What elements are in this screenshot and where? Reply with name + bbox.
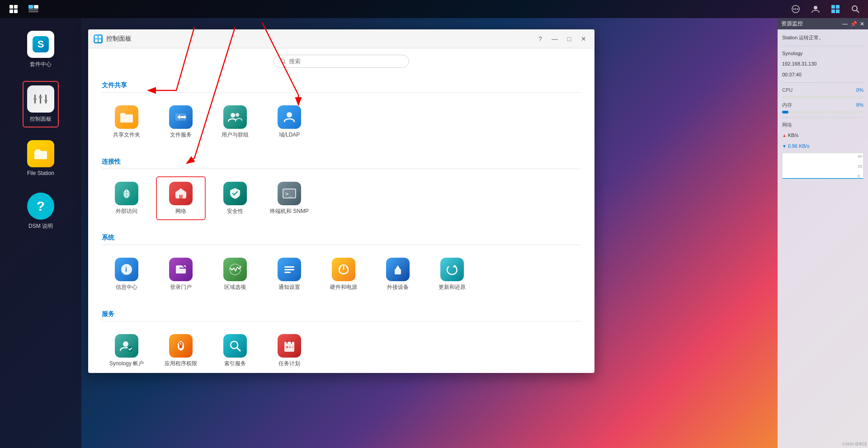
index-service-icon [223, 334, 247, 358]
ip-row: 192.168.31.130 [782, 60, 863, 68]
item-app-permissions[interactable]: 应用程序权限 [156, 329, 206, 373]
search-box[interactable] [274, 55, 409, 68]
svg-rect-24 [44, 100, 47, 102]
item-notifications[interactable]: 通知设置 [264, 252, 314, 297]
close-btn[interactable]: ✕ [860, 21, 864, 27]
item-hardware-power[interactable]: 硬件和电源 [319, 252, 368, 297]
sidebar-item-control-panel[interactable]: 控制面板 [23, 81, 59, 127]
connectivity-grid: 外部访问 网络 [102, 176, 581, 221]
memory-value: 8% [856, 101, 863, 109]
item-users-groups[interactable]: 用户与群组 [210, 100, 260, 144]
search-box-icon [280, 58, 286, 65]
minimize-btn[interactable]: — [842, 21, 848, 27]
login-portal-icon [169, 258, 193, 281]
item-update-restore[interactable]: 更新和还原 [427, 252, 477, 297]
user-icon[interactable] [807, 1, 824, 17]
info-center-label: 信息中心 [116, 284, 137, 291]
update-restore-label: 更新和还原 [439, 284, 466, 291]
file-station-icon [27, 140, 54, 167]
hardware-power-label: 硬件和电源 [330, 284, 357, 291]
item-security[interactable]: 安全性 [210, 176, 260, 221]
chat-icon[interactable] [788, 1, 804, 17]
dsm-help-icon: ? [27, 193, 54, 220]
chart-label-40: 40 [858, 154, 862, 159]
svg-rect-21 [40, 94, 41, 104]
svg-point-9 [793, 9, 795, 10]
item-login-portal[interactable]: 登录门户 [156, 252, 206, 297]
app-switcher-button[interactable] [24, 0, 42, 18]
time-text: 00:37:40 [782, 72, 802, 77]
app-permissions-label: 应用程序权限 [165, 360, 197, 368]
sidebar-item-package-center[interactable]: S 套件中心 [0, 27, 81, 72]
item-terminal-snmp[interactable]: >_ 终端机和 SNMP [264, 176, 314, 221]
item-region[interactable]: 区域选项 [210, 252, 260, 297]
svg-rect-13 [831, 5, 835, 9]
item-network[interactable]: 网络 [156, 176, 206, 221]
window-title-left: 控制面板 [94, 34, 132, 43]
window-title-icon [94, 34, 103, 43]
download-row: ▼ 0.96 KB/s [782, 142, 863, 151]
memory-fill [782, 111, 788, 113]
search-icon[interactable] [847, 1, 863, 17]
windows-icon[interactable] [827, 1, 844, 17]
help-button[interactable]: ? [535, 33, 546, 44]
brand-text: Synology [782, 51, 802, 56]
hardware-power-icon [332, 258, 355, 281]
section-file-sharing-title: 文件共享 [102, 77, 581, 93]
sidebar-item-dsm-help[interactable]: ? DSM 说明 [0, 189, 81, 234]
item-info-center[interactable]: i 信息中心 [102, 252, 151, 297]
svg-rect-38 [179, 195, 183, 198]
svg-rect-14 [836, 5, 840, 9]
svg-rect-64 [289, 346, 291, 348]
svg-rect-0 [9, 5, 13, 9]
services-grid: Synology 帐户 应用程序权限 [102, 329, 581, 373]
item-task-scheduler[interactable]: 任务计划 [264, 329, 314, 373]
synology-account-label: Synology 帐户 [109, 360, 144, 368]
svg-point-10 [795, 9, 797, 10]
file-station-label: File Station [27, 170, 54, 176]
svg-rect-29 [99, 39, 101, 42]
item-domain-ldap[interactable]: 域/LDAP [264, 100, 314, 144]
svg-rect-48 [284, 269, 294, 270]
item-file-services[interactable]: 文件服务 [156, 100, 206, 144]
pin-btn[interactable]: 📌 [850, 21, 857, 27]
login-portal-label: 登录门户 [170, 284, 192, 291]
control-panel-window: 控制面板 ? — □ ✕ 文件共享 [88, 29, 594, 373]
svg-point-33 [231, 113, 235, 118]
sidebar-item-file-station[interactable]: File Station [0, 137, 81, 180]
right-panel: 资源监控 — 📌 ✕ Station 运转正常。 Synology 192.16… [778, 18, 868, 448]
svg-rect-47 [284, 266, 294, 268]
svg-rect-65 [292, 346, 293, 348]
svg-rect-5 [34, 5, 38, 9]
window-controls: ? — □ ✕ [535, 33, 589, 44]
upload-value: KB/s [788, 132, 798, 138]
close-window-button[interactable]: ✕ [578, 33, 589, 44]
grid-menu-button[interactable] [5, 0, 23, 18]
system-grid: i 信息中心 登录门户 [102, 252, 581, 297]
domain-ldap-icon [278, 105, 301, 129]
svg-text:i: i [125, 266, 127, 273]
maximize-window-button[interactable]: □ [564, 33, 575, 44]
domain-ldap-label: 域/LDAP [279, 132, 300, 139]
taskbar-top [0, 0, 868, 18]
svg-rect-63 [286, 346, 288, 348]
network-label: 网络 [175, 208, 186, 215]
chart-label-20: 20 [858, 164, 862, 169]
item-external-access[interactable]: 外部访问 [102, 176, 151, 221]
svg-rect-26 [95, 36, 98, 38]
taskbar-left [5, 0, 42, 18]
svg-point-34 [236, 113, 239, 117]
svg-point-11 [797, 9, 798, 10]
minimize-window-button[interactable]: — [549, 33, 560, 44]
item-external-devices[interactable]: 外接设备 [373, 252, 423, 297]
item-shared-folder[interactable]: 共享文件夹 [102, 100, 151, 144]
item-synology-account[interactable]: Synology 帐户 [102, 329, 151, 373]
memory-label: 内存 [782, 101, 792, 109]
search-input[interactable] [289, 58, 402, 65]
network-chart: 40 20 0 [782, 153, 863, 180]
item-index-service[interactable]: 索引服务 [210, 329, 260, 373]
svg-point-53 [123, 341, 128, 347]
cpu-progress [782, 96, 863, 99]
upload-row: ▲ KB/s [782, 132, 863, 140]
memory-progress [782, 111, 863, 113]
